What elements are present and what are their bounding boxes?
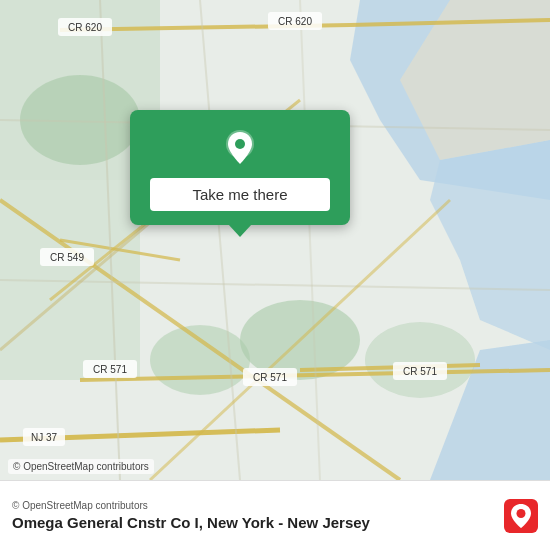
location-title: Omega General Cnstr Co I, New York - New… (12, 514, 370, 531)
svg-point-43 (517, 509, 526, 518)
svg-text:CR 549: CR 549 (50, 252, 84, 263)
osm-credit: © OpenStreetMap contributors (12, 500, 370, 511)
svg-line-18 (200, 0, 240, 480)
location-pin-icon (220, 128, 260, 168)
svg-text:CR 571: CR 571 (253, 372, 287, 383)
svg-marker-1 (430, 140, 550, 350)
svg-text:NJ 37: NJ 37 (31, 432, 58, 443)
bottom-bar: © OpenStreetMap contributors Omega Gener… (0, 480, 550, 550)
svg-point-6 (150, 325, 250, 395)
svg-text:CR 620: CR 620 (278, 16, 312, 27)
popup-card: Take me there (130, 110, 350, 225)
map-roads: CR 620 CR 620 CR 549 CR 571 CR 571 CR 57… (0, 0, 550, 480)
moovit-logo (504, 499, 538, 533)
map-attribution: © OpenStreetMap contributors (8, 459, 154, 474)
map-container: CR 620 CR 620 CR 549 CR 571 CR 571 CR 57… (0, 0, 550, 480)
svg-point-41 (235, 139, 245, 149)
location-info: © OpenStreetMap contributors Omega Gener… (12, 500, 370, 531)
svg-text:CR 620: CR 620 (68, 22, 102, 33)
svg-line-19 (300, 0, 320, 480)
svg-text:CR 571: CR 571 (403, 366, 437, 377)
moovit-icon (504, 499, 538, 533)
svg-text:CR 571: CR 571 (93, 364, 127, 375)
take-me-there-button[interactable]: Take me there (150, 178, 330, 211)
svg-point-8 (365, 322, 475, 398)
